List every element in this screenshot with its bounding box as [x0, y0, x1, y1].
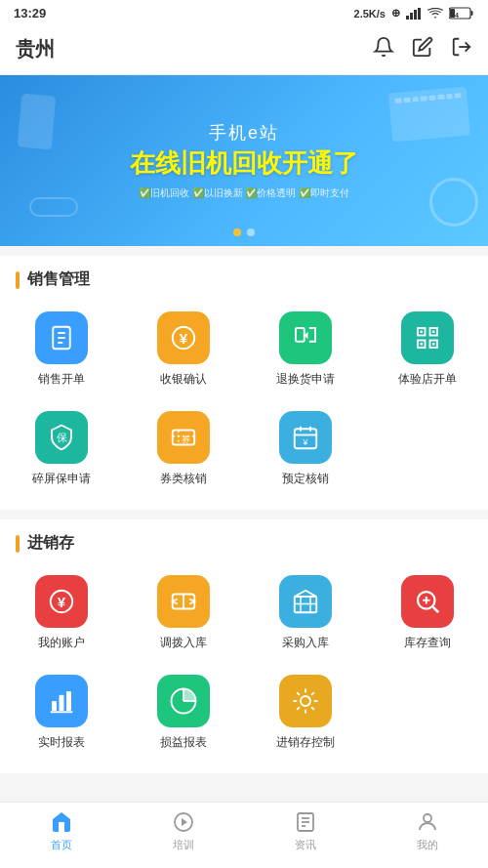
svg-marker-55: [182, 818, 187, 826]
svg-rect-15: [296, 328, 305, 342]
transfer-icon-wrap: [157, 575, 210, 628]
svg-rect-20: [420, 331, 423, 334]
stock-query-icon-wrap: [401, 575, 454, 628]
svg-text:¥: ¥: [179, 330, 187, 347]
cashier-icon-wrap: ¥: [157, 311, 210, 364]
inventory-grid: ¥ 我的账户 调拨入库: [0, 565, 488, 764]
svg-text:¥: ¥: [302, 436, 307, 446]
banner-dots: [233, 228, 255, 236]
svg-text:保: 保: [56, 431, 66, 442]
shield-icon: 保: [47, 423, 76, 452]
pie-chart-icon: [169, 686, 198, 716]
inventory-control-icon-wrap: [279, 675, 332, 727]
header: 贵州: [0, 26, 488, 75]
search-icon: [413, 587, 442, 616]
bottom-nav: 首页 培训 资讯 我的: [0, 802, 488, 868]
status-right: 2.5K/s ⊕ 24: [354, 7, 474, 20]
deco-phone: [18, 94, 57, 150]
inventory-section-title: 进销存: [0, 533, 488, 565]
bar-chart-icon: [47, 686, 76, 716]
network-icon: ⊕: [391, 7, 400, 20]
edit-icon[interactable]: [412, 36, 433, 62]
svg-rect-2: [414, 10, 417, 20]
play-icon: [172, 810, 195, 834]
profit-report-label: 损益报表: [160, 735, 207, 751]
document-icon: [294, 810, 317, 834]
person-icon: [416, 810, 439, 834]
menu-item-cashier[interactable]: ¥ 收银确认: [122, 302, 244, 401]
wifi-icon: [427, 8, 443, 20]
menu-item-return[interactable]: 退换货申请: [244, 302, 366, 401]
purchase-icon-wrap: [279, 575, 332, 628]
nav-home[interactable]: 首页: [0, 810, 122, 852]
menu-item-voucher[interactable]: 券 券类核销: [122, 401, 244, 501]
svg-rect-0: [406, 16, 409, 20]
deco-headphone: [429, 178, 478, 227]
menu-item-account[interactable]: ¥ 我的账户: [0, 565, 122, 665]
settings-icon: [291, 686, 320, 716]
svg-point-60: [424, 814, 431, 822]
menu-item-purchase[interactable]: 采购入库: [244, 565, 366, 665]
svg-text:券: 券: [182, 434, 190, 444]
inventory-section: 进销存 ¥ 我的账户: [0, 519, 488, 773]
menu-item-reservation[interactable]: ¥ 预定核销: [244, 401, 366, 501]
svg-rect-47: [59, 695, 63, 711]
menu-item-inventory-control[interactable]: 进销存控制: [244, 665, 366, 765]
battery-icon: 24: [449, 7, 474, 20]
svg-text:¥: ¥: [57, 594, 65, 610]
notification-icon[interactable]: [373, 36, 394, 62]
svg-text:24: 24: [451, 12, 459, 19]
stock-query-label: 库存查询: [404, 636, 451, 651]
nav-mine[interactable]: 我的: [366, 810, 488, 852]
box-icon: [291, 587, 320, 616]
purchase-label: 采购入库: [282, 636, 329, 651]
banner-dot-1: [233, 228, 241, 236]
nav-training[interactable]: 培训: [122, 810, 244, 852]
nav-home-label: 首页: [51, 838, 72, 852]
sales-section-title: 销售管理: [0, 269, 488, 302]
banner-features: ✅旧机回收 ✅以旧换新 ✅价格透明 ✅即时支付: [139, 186, 349, 200]
logout-icon[interactable]: [451, 36, 472, 62]
voucher-label: 券类核销: [160, 472, 207, 487]
page-title: 贵州: [16, 36, 55, 62]
calendar-icon: ¥: [291, 423, 320, 452]
account-icon-wrap: ¥: [35, 575, 88, 628]
menu-item-realtime-report[interactable]: 实时报表: [0, 665, 122, 765]
network-speed: 2.5K/s: [354, 8, 386, 20]
reservation-label: 预定核销: [282, 472, 329, 487]
svg-rect-1: [410, 13, 413, 20]
menu-item-sales-order[interactable]: 销售开单: [0, 302, 122, 401]
yuan-icon: ¥: [169, 323, 198, 352]
realtime-report-label: 实时报表: [38, 735, 85, 751]
menu-item-profit-report[interactable]: 损益报表: [122, 665, 244, 765]
svg-rect-22: [420, 343, 423, 346]
return-icon-wrap: [279, 311, 332, 364]
menu-item-screen-protect[interactable]: 保 碎屏保申请: [0, 401, 122, 501]
home-icon: [50, 810, 73, 834]
voucher-icon-wrap: 券: [157, 411, 210, 464]
nav-news-label: 资讯: [295, 838, 316, 852]
inventory-control-label: 进销存控制: [276, 735, 335, 751]
cashier-label: 收银确认: [160, 372, 207, 388]
realtime-report-icon-wrap: [35, 675, 88, 727]
nav-mine-label: 我的: [417, 838, 438, 852]
menu-item-experience[interactable]: 体验店开单: [366, 302, 488, 401]
screen-protect-label: 碎屏保申请: [32, 472, 91, 487]
ticket-icon: 券: [169, 423, 198, 452]
nav-training-label: 培训: [173, 838, 194, 852]
svg-rect-48: [66, 691, 71, 711]
banner-tagline: 手机e站: [209, 121, 279, 145]
menu-item-transfer[interactable]: 调拨入库: [122, 565, 244, 665]
deco-keyboard: [388, 87, 470, 143]
status-time: 13:29: [14, 6, 46, 21]
menu-item-stock-query[interactable]: 库存查询: [366, 565, 488, 665]
sales-grid: 销售开单 ¥ 收银确认: [0, 302, 488, 500]
return-label: 退换货申请: [276, 372, 335, 388]
svg-rect-5: [471, 11, 473, 16]
reservation-icon-wrap: ¥: [279, 411, 332, 464]
qr-icon: [413, 323, 442, 352]
header-icons: [373, 36, 472, 62]
experience-icon-wrap: [401, 311, 454, 364]
svg-rect-23: [432, 343, 435, 346]
nav-news[interactable]: 资讯: [244, 810, 366, 852]
